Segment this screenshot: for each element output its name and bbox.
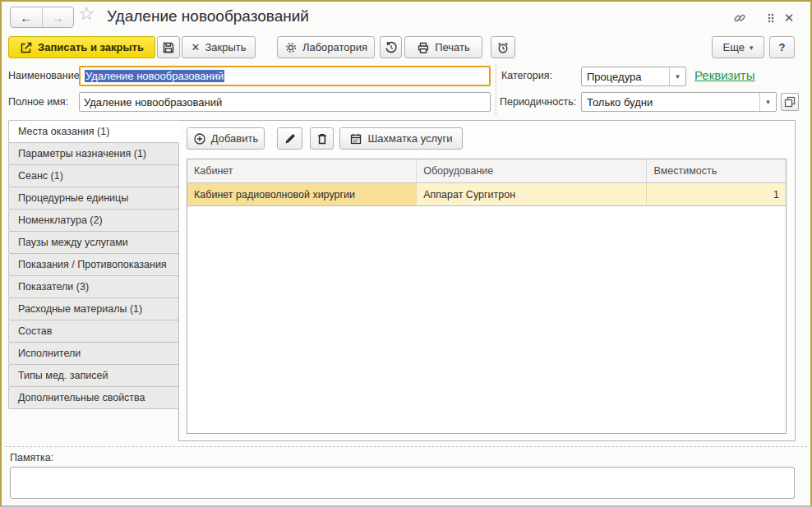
tab-indicators[interactable]: Показатели (3) (8, 275, 179, 298)
periodicity-field-label: Периодичность: (500, 96, 576, 108)
tab-pauses-between-services[interactable]: Паузы между услугами (8, 231, 179, 254)
more-label: Еще (723, 41, 745, 53)
periodicity-dropdown-arrow[interactable]: ▾ (759, 93, 776, 111)
service-schedule-label: Шахматка услуги (367, 132, 452, 145)
name-input-selected-text: Удаление новообразований (85, 70, 224, 82)
gear-icon (284, 41, 298, 54)
close-form-button[interactable]: ✕ Закрыть (182, 36, 256, 58)
add-row-label: Добавить (211, 132, 258, 145)
chevron-down-icon: ▾ (766, 98, 770, 106)
close-icon: ✕ (784, 11, 795, 25)
full-name-input[interactable]: Удаление новообразований (79, 92, 491, 112)
name-input[interactable]: Удаление новообразований (79, 66, 491, 86)
fields-splitter (496, 64, 496, 115)
tab-procedure-units[interactable]: Процедурные единицы (8, 187, 179, 210)
laboratory-label: Лаборатория (302, 41, 367, 53)
forward-button[interactable]: → (42, 7, 74, 27)
tab-session[interactable]: Сеанс (1) (8, 164, 179, 187)
copy-link-button[interactable] (731, 10, 748, 26)
close-window-button[interactable]: ✕ (781, 10, 797, 26)
tab-assignment-params[interactable]: Параметры назначения (1) (8, 142, 179, 165)
name-field-label: Наименование: (8, 70, 82, 81)
printer-icon (417, 41, 430, 54)
chevron-down-icon: ▾ (750, 44, 754, 52)
cell-cabinet[interactable]: Кабинет радиоволновой хирургии (187, 183, 417, 205)
periodicity-select-value: Только будни (582, 93, 759, 111)
page-title: Удаление новообразований (107, 7, 309, 25)
pencil-icon (284, 132, 297, 145)
chain-link-icon (733, 12, 746, 25)
history-button[interactable] (380, 36, 402, 58)
requisites-link[interactable]: Реквизиты (694, 68, 755, 82)
edit-row-button[interactable] (277, 127, 302, 150)
cell-capacity[interactable]: 1 (647, 183, 786, 205)
arrow-left-icon: ← (20, 11, 32, 25)
tab-additional-properties[interactable]: Дополнительные свойства (8, 386, 179, 409)
reminder-button[interactable] (491, 36, 515, 58)
memo-splitter (5, 446, 807, 447)
favorite-star-icon[interactable]: ☆ (78, 4, 95, 23)
help-button[interactable]: ? (769, 36, 795, 58)
full-name-input-value: Удаление новообразований (84, 96, 222, 108)
tab-indications-contraindications[interactable]: Показания / Противопоказания (8, 253, 179, 276)
column-header-equipment[interactable]: Оборудование (417, 159, 647, 182)
periodicity-select[interactable]: Только будни ▾ (581, 92, 777, 112)
save-button[interactable] (157, 36, 180, 58)
tab-composition[interactable]: Состав (8, 320, 179, 343)
section-tabs: Места оказания (1) Параметры назначения … (8, 120, 179, 409)
add-row-button[interactable]: Добавить (187, 127, 265, 150)
save-and-close-label: Записать и закрыть (38, 41, 144, 53)
window-menu-button[interactable] (763, 10, 779, 26)
print-button[interactable]: Печать (404, 36, 482, 58)
column-header-cabinet[interactable]: Кабинет (187, 159, 417, 182)
save-and-close-button[interactable]: Записать и закрыть (8, 36, 155, 58)
calendar-grid-icon (349, 132, 362, 145)
cabinets-table: Кабинет Оборудование Вместимость Кабинет… (187, 159, 787, 434)
history-nav-group: ← → (10, 7, 74, 28)
cell-equipment[interactable]: Аппарат Сургитрон (417, 183, 647, 205)
save-close-icon (20, 41, 33, 54)
open-form-icon (784, 96, 796, 108)
category-field-label: Категория: (501, 70, 552, 81)
more-actions-button[interactable]: Еще ▾ (712, 36, 764, 58)
table-header-row: Кабинет Оборудование Вместимость (187, 159, 786, 183)
close-x-icon: ✕ (191, 41, 201, 53)
history-clock-icon (385, 41, 398, 54)
print-label: Печать (435, 41, 470, 53)
form-window: ← → ☆ Удаление новообразований ✕ Записат… (0, 0, 812, 507)
floppy-disk-icon (162, 41, 175, 54)
help-label: ? (779, 41, 786, 53)
back-button[interactable]: ← (11, 7, 42, 27)
dots-grid-icon (764, 12, 777, 25)
service-schedule-button[interactable]: Шахматка услуги (339, 127, 463, 150)
periodicity-open-button[interactable] (781, 93, 799, 111)
memo-input[interactable] (10, 467, 795, 499)
category-dropdown-arrow[interactable]: ▾ (669, 67, 685, 85)
column-header-capacity[interactable]: Вместимость (647, 159, 786, 182)
category-select-value: Процедура (582, 67, 669, 85)
category-select[interactable]: Процедура ▾ (581, 67, 686, 86)
delete-row-button[interactable] (310, 127, 334, 150)
memo-label: Памятка: (10, 452, 53, 463)
tab-places[interactable]: Места оказания (1) (8, 120, 179, 143)
alarm-clock-icon (496, 41, 510, 54)
full-name-field-label: Полное имя: (8, 96, 68, 108)
tab-performers[interactable]: Исполнители (8, 342, 179, 365)
laboratory-button[interactable]: Лаборатория (277, 36, 375, 58)
table-row[interactable]: Кабинет радиоволновой хирургии Аппарат С… (187, 183, 786, 206)
tab-consumables[interactable]: Расходные материалы (1) (8, 297, 179, 320)
close-form-label: Закрыть (205, 41, 246, 53)
tab-nomenclature[interactable]: Номенклатура (2) (8, 209, 179, 232)
trash-icon (316, 132, 329, 145)
chevron-down-icon: ▾ (676, 72, 680, 81)
plus-circle-icon (193, 132, 206, 145)
arrow-right-icon: → (52, 11, 64, 25)
tab-med-record-types[interactable]: Типы мед. записей (8, 364, 179, 387)
